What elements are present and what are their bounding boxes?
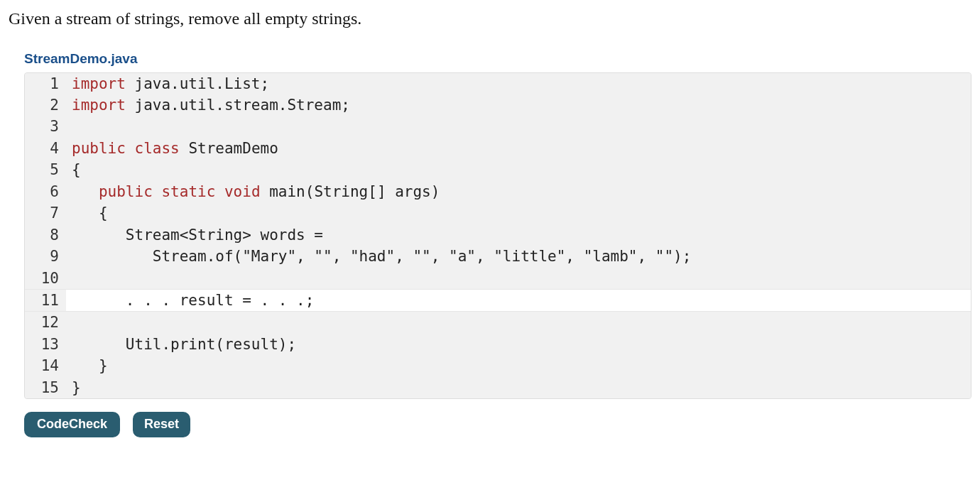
- code-content: Stream.of("Mary", "", "had", "", "a", "l…: [66, 246, 971, 267]
- code-content: }: [66, 377, 971, 398]
- code-line: 15}: [25, 377, 971, 398]
- line-number: 7: [25, 202, 66, 224]
- code-content: [66, 268, 971, 289]
- code-content: {: [66, 159, 971, 180]
- line-number: 8: [25, 224, 66, 246]
- code-line: 9 Stream.of("Mary", "", "had", "", "a", …: [25, 246, 971, 267]
- code-line: 14 }: [25, 355, 971, 376]
- code-content: public class StreamDemo: [66, 138, 971, 159]
- code-content: public static void main(String[] args): [66, 181, 971, 202]
- code-line: 5{: [25, 159, 971, 180]
- line-number: 6: [25, 181, 66, 202]
- code-content: }: [66, 355, 971, 376]
- line-number: 13: [25, 334, 66, 355]
- code-line: 8 Stream<String> words =: [25, 224, 971, 246]
- line-number: 14: [25, 355, 66, 376]
- line-number: 10: [25, 268, 66, 289]
- line-number: 5: [25, 159, 66, 180]
- reset-button[interactable]: Reset: [133, 412, 190, 437]
- code-content: Stream<String> words =: [66, 224, 971, 246]
- problem-statement: Given a stream of strings, remove all em…: [9, 7, 971, 31]
- line-number: 15: [25, 377, 66, 398]
- filename-label: StreamDemo.java: [24, 51, 971, 67]
- line-number: 9: [25, 246, 66, 267]
- line-number: 11: [25, 290, 66, 311]
- code-content: [66, 116, 971, 137]
- code-line: 7 {: [25, 202, 971, 224]
- line-number: 2: [25, 94, 66, 116]
- code-content: import java.util.List;: [66, 73, 971, 94]
- code-line: 1import java.util.List;: [25, 73, 971, 94]
- code-content: Util.print(result);: [66, 334, 971, 355]
- code-line: 10: [25, 268, 971, 289]
- code-line: 4public class StreamDemo: [25, 138, 971, 159]
- line-number: 1: [25, 73, 66, 94]
- code-line: 12: [25, 312, 971, 333]
- line-number: 4: [25, 138, 66, 159]
- line-number: 3: [25, 116, 66, 137]
- code-content: import java.util.stream.Stream;: [66, 94, 971, 116]
- code-content[interactable]: . . . result = . . .;: [66, 290, 971, 311]
- code-line: 6 public static void main(String[] args): [25, 181, 971, 202]
- line-number: 12: [25, 312, 66, 333]
- codecheck-button[interactable]: CodeCheck: [24, 412, 120, 437]
- code-line: 3: [25, 116, 971, 137]
- code-editor: 1import java.util.List;2import java.util…: [24, 72, 971, 400]
- button-row: CodeCheck Reset: [24, 412, 971, 437]
- code-line: 2import java.util.stream.Stream;: [25, 94, 971, 116]
- code-line-editable[interactable]: 11 . . . result = . . .;: [25, 289, 971, 312]
- code-line: 13 Util.print(result);: [25, 334, 971, 355]
- code-content: {: [66, 202, 971, 224]
- code-content: [66, 312, 971, 333]
